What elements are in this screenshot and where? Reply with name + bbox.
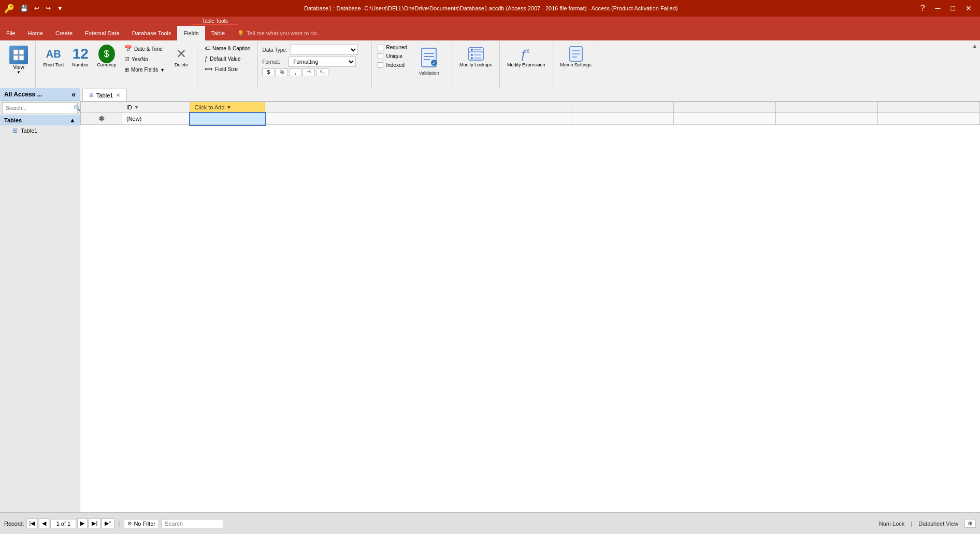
menu-file[interactable]: File xyxy=(0,26,22,40)
datasheet-view-button[interactable]: ⊞ xyxy=(964,519,976,528)
empty-cell-6[interactable] xyxy=(775,113,877,125)
quick-access-toolbar: 🔑 💾 ↩ ↪ ▼ xyxy=(4,4,66,13)
modify-lookups-button[interactable]: Modify Lookups xyxy=(456,44,495,69)
minimize-button[interactable]: ─ xyxy=(931,3,945,13)
tell-me-area[interactable]: 💡 Tell me what you want to do... xyxy=(231,26,980,40)
required-checkbox[interactable] xyxy=(378,45,384,51)
add-delete-content: AB Short Text 12 Number $ Currency xyxy=(40,44,193,88)
menu-fields[interactable]: Fields xyxy=(177,26,205,40)
yes-no-button[interactable]: ☑ Yes/No xyxy=(121,54,168,64)
tell-me-text[interactable]: Tell me what you want to do... xyxy=(247,30,322,36)
click-to-add-header[interactable]: Click to Add ▼ xyxy=(190,102,265,113)
first-record-button[interactable]: |◀ xyxy=(26,518,38,528)
number-button[interactable]: 12 Number xyxy=(69,44,92,69)
prev-record-button[interactable]: ◀ xyxy=(39,518,49,528)
title-bar-left: 🔑 💾 ↩ ↪ ▼ xyxy=(4,4,66,13)
all-access-header[interactable]: All Access ... « xyxy=(0,88,80,101)
view-dropdown-arrow[interactable]: ▼ xyxy=(17,70,21,75)
data-type-select[interactable]: Short Text Long Text Number Date/Time Cu… xyxy=(291,45,358,55)
currency-icon: $ xyxy=(98,46,115,62)
menu-home[interactable]: Home xyxy=(22,26,49,40)
unique-checkbox[interactable] xyxy=(378,53,384,60)
view-button[interactable]: View ▼ xyxy=(6,44,31,77)
last-record-button[interactable]: ▶| xyxy=(89,518,100,528)
nav-search-input[interactable] xyxy=(6,105,71,111)
id-column-header[interactable]: ID ▼ xyxy=(122,102,190,113)
svg-rect-1 xyxy=(19,50,24,54)
validation-button[interactable]: ✓ xyxy=(416,46,441,71)
percent-format-button[interactable]: % xyxy=(276,68,288,76)
search-input[interactable] xyxy=(161,519,223,528)
redo-button[interactable]: ↪ xyxy=(43,4,53,13)
name-caption-button[interactable]: 🏷 Name & Caption xyxy=(201,44,253,53)
id-dropdown[interactable]: ID ▼ xyxy=(126,104,185,110)
row-selector-header xyxy=(81,102,122,113)
menu-create[interactable]: Create xyxy=(49,26,79,40)
tab-close-button[interactable]: ✕ xyxy=(116,92,120,98)
record-number-input[interactable] xyxy=(50,519,76,528)
empty-cell-7[interactable] xyxy=(877,113,979,125)
click-to-add-dropdown[interactable]: Click to Add ▼ xyxy=(194,104,261,110)
empty-col-5 xyxy=(673,102,775,113)
customize-qat-button[interactable]: ▼ xyxy=(54,4,66,13)
table1-tab[interactable]: ⊞ Table1 ✕ xyxy=(82,89,127,101)
empty-cell-2[interactable] xyxy=(367,113,469,125)
modify-expression-label: Modify Expression xyxy=(507,62,545,67)
tables-section-header[interactable]: Tables ▲ xyxy=(0,115,80,125)
indexed-checkbox[interactable] xyxy=(378,62,384,68)
empty-cell-5[interactable] xyxy=(673,113,775,125)
tables-collapse-icon[interactable]: ▲ xyxy=(69,117,76,124)
save-qat-button[interactable]: 💾 xyxy=(18,4,31,13)
help-button[interactable]: ? xyxy=(916,4,929,13)
new-record-button[interactable]: ▶* xyxy=(102,518,114,528)
svg-rect-0 xyxy=(13,50,18,54)
default-value-label: Default Value xyxy=(210,56,240,62)
new-row-asterisk: ✱ xyxy=(81,113,122,125)
click-to-add-arrow[interactable]: ▼ xyxy=(227,105,232,110)
yes-no-checkbox: ☑ xyxy=(124,56,129,63)
default-value-button[interactable]: ƒ Default Value xyxy=(201,54,243,63)
id-dropdown-arrow[interactable]: ▼ xyxy=(134,105,139,110)
field-size-button[interactable]: ⟺ Field Size xyxy=(201,64,241,74)
empty-cell-4[interactable] xyxy=(571,113,673,125)
no-filter-label: No Filter xyxy=(134,521,155,527)
collapse-ribbon-button[interactable]: ▲ xyxy=(972,43,978,50)
table1-nav-item[interactable]: ⊞ Table1 xyxy=(0,125,80,136)
view-icon xyxy=(9,46,28,64)
comma-format-button[interactable]: , xyxy=(289,68,301,76)
nav-search[interactable]: 🔍 xyxy=(2,102,78,114)
modify-expression-button[interactable]: ƒ x Modify Expression xyxy=(504,44,549,69)
restore-button[interactable]: □ xyxy=(947,3,959,13)
empty-cell-1[interactable] xyxy=(265,113,367,125)
format-select[interactable]: Formatting xyxy=(289,57,356,67)
delete-label: Delete xyxy=(175,62,188,67)
date-time-icon: 📅 xyxy=(124,45,132,52)
short-text-icon: AB xyxy=(45,46,62,62)
more-fields-label: More Fields xyxy=(131,67,158,73)
dollar-format-button[interactable]: $ xyxy=(262,68,275,76)
nav-pane-collapse-icon[interactable]: « xyxy=(71,90,76,99)
currency-button[interactable]: $ Currency xyxy=(94,44,119,69)
memo-settings-button[interactable]: Memo Settings xyxy=(557,44,595,69)
menu-database-tools[interactable]: Database Tools xyxy=(126,26,178,40)
undo-button[interactable]: ↩ xyxy=(32,4,42,13)
delete-button[interactable]: ✕ Delete xyxy=(170,44,193,69)
no-filter-button[interactable]: ⊘ No Filter xyxy=(124,519,159,528)
new-click-to-add-cell[interactable] xyxy=(190,113,265,125)
unique-label: Unique xyxy=(386,53,402,59)
next-record-button[interactable]: ▶ xyxy=(77,518,88,528)
validation-btn-label: Validation xyxy=(419,71,439,76)
new-id-cell[interactable]: (New) xyxy=(122,113,190,125)
decrease-decimal-button[interactable]: ⁰₋ xyxy=(316,68,328,76)
increase-decimal-button[interactable]: ⁺⁰ xyxy=(302,68,315,76)
menu-table[interactable]: Table xyxy=(205,26,231,40)
title-bar: 🔑 💾 ↩ ↪ ▼ Database1 : Database- C:\Users… xyxy=(0,0,980,17)
menu-external-data[interactable]: External Data xyxy=(79,26,126,40)
close-button[interactable]: ✕ xyxy=(961,3,976,13)
more-fields-button[interactable]: ⊞ More Fields ▼ xyxy=(121,65,168,75)
field-size-label: Field Size xyxy=(215,66,238,72)
date-time-button[interactable]: 📅 Date & Time xyxy=(121,44,168,54)
svg-point-14 xyxy=(471,57,473,59)
empty-cell-3[interactable] xyxy=(469,113,571,125)
short-text-button[interactable]: AB Short Text xyxy=(40,44,67,70)
